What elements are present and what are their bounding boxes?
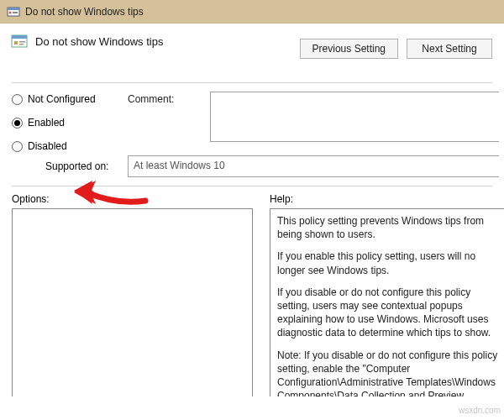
window-icon: [7, 5, 20, 18]
next-setting-button[interactable]: Next Setting: [407, 39, 492, 59]
field-inputs: [210, 92, 499, 152]
radio-disabled[interactable]: Disabled: [12, 140, 113, 152]
watermark: wsxdn.com: [459, 406, 501, 415]
nav-button-row: Previous Setting Next Setting: [300, 39, 492, 59]
page-title: Do not show Windows tips: [35, 35, 163, 48]
svg-rect-5: [12, 35, 27, 39]
options-panel[interactable]: [12, 208, 253, 396]
radio-not-configured[interactable]: Not Configured: [12, 93, 113, 105]
help-paragraph: If you disable or do not configure this …: [277, 286, 504, 340]
window-titlebar: Do not show Windows tips: [0, 0, 504, 24]
help-paragraph: This policy setting prevents Windows tip…: [277, 214, 504, 241]
radio-icon: [12, 94, 23, 105]
radio-label: Enabled: [28, 117, 65, 129]
supported-on-field: At least Windows 10: [128, 155, 499, 177]
svg-rect-1: [8, 8, 19, 10]
svg-point-2: [9, 11, 12, 13]
svg-rect-6: [14, 41, 18, 45]
bottom-panels: Options: Help: This policy setting preve…: [0, 186, 504, 396]
comment-input[interactable]: [210, 92, 499, 142]
setting-icon: [10, 32, 29, 50]
comment-label: Comment:: [128, 93, 195, 105]
help-column: Help: This policy setting prevents Windo…: [270, 193, 504, 396]
help-paragraph: If you enable this policy setting, users…: [277, 249, 504, 276]
previous-setting-button[interactable]: Previous Setting: [300, 39, 398, 59]
state-radio-group: Not Configured Enabled Disabled: [12, 92, 113, 152]
help-panel[interactable]: This policy setting prevents Windows tip…: [270, 208, 504, 396]
help-label: Help:: [270, 193, 504, 205]
window-title: Do not show Windows tips: [25, 6, 144, 18]
svg-rect-7: [19, 41, 25, 43]
radio-icon: [12, 141, 23, 152]
svg-rect-3: [13, 12, 18, 13]
annotation-arrow-icon: [74, 176, 150, 209]
radio-enabled[interactable]: Enabled: [12, 117, 113, 129]
svg-rect-8: [19, 44, 24, 45]
field-labels: Comment:: [128, 92, 195, 152]
radio-label: Disabled: [28, 140, 67, 152]
help-paragraph: Note: If you disable or do not configure…: [277, 349, 504, 397]
radio-label: Not Configured: [28, 93, 96, 105]
supported-on-label: Supported on:: [12, 160, 113, 172]
options-column: Options:: [12, 193, 253, 396]
supported-on-row: Supported on: At least Windows 10: [0, 155, 504, 177]
radio-icon: [12, 118, 23, 129]
config-area: Not Configured Enabled Disabled Comment:: [0, 83, 504, 155]
